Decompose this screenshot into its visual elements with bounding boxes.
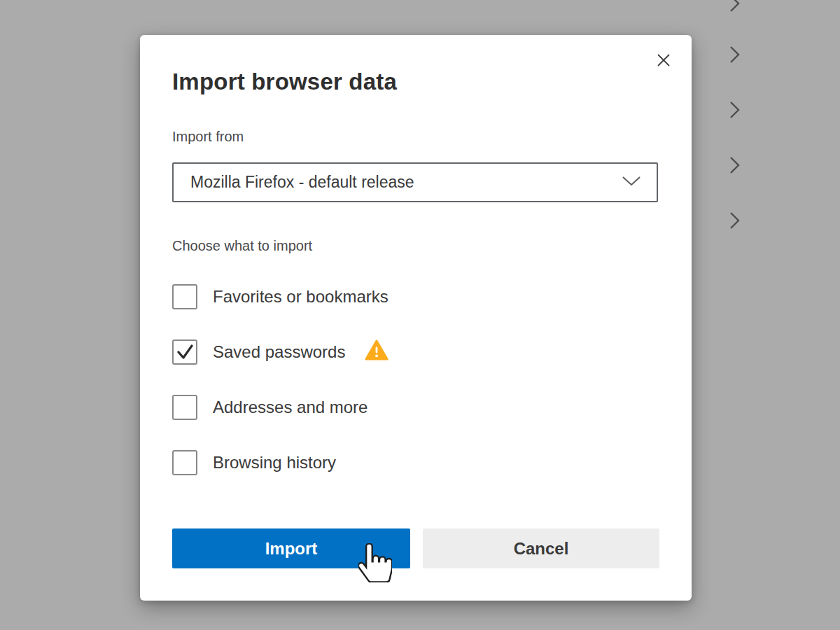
chevron-right-icon — [729, 211, 741, 230]
chevron-down-icon — [622, 176, 641, 189]
dialog-actions: Import Cancel — [172, 528, 659, 568]
import-browser-data-dialog: Import browser data Import from Mozilla … — [140, 35, 692, 601]
choose-what-to-import-label: Choose what to import — [172, 238, 312, 254]
browsing-history-checkbox[interactable] — [172, 450, 197, 475]
import-from-label: Import from — [172, 129, 244, 145]
dialog-title: Import browser data — [172, 69, 397, 95]
cancel-button[interactable]: Cancel — [423, 528, 659, 568]
checkbox-row-saved-passwords[interactable]: Saved passwords — [172, 339, 388, 365]
checkbox-label: Addresses and more — [213, 398, 368, 417]
warning-icon — [365, 340, 388, 364]
checkbox-row-addresses[interactable]: Addresses and more — [172, 394, 388, 420]
checkbox-label: Favorites or bookmarks — [213, 287, 388, 307]
import-button[interactable]: Import — [172, 528, 410, 568]
check-icon — [176, 342, 195, 361]
selected-browser-value: Mozilla Firefox - default release — [190, 173, 414, 192]
import-options-group: Favorites or bookmarks Saved passwords A… — [172, 284, 388, 505]
checkbox-label: Browsing history — [213, 453, 336, 472]
favorites-checkbox[interactable] — [172, 284, 197, 309]
close-button[interactable] — [651, 48, 676, 74]
chevron-right-icon — [729, 0, 741, 13]
chevron-right-icon — [729, 46, 741, 64]
chevron-right-icon — [729, 156, 741, 174]
checkbox-row-browsing-history[interactable]: Browsing history — [172, 449, 388, 475]
chevron-right-icon — [729, 101, 741, 119]
addresses-checkbox[interactable] — [172, 395, 197, 420]
checkbox-row-favorites[interactable]: Favorites or bookmarks — [172, 284, 388, 309]
close-icon — [656, 52, 671, 70]
import-from-select[interactable]: Mozilla Firefox - default release — [172, 162, 658, 202]
checkbox-label: Saved passwords — [213, 342, 345, 362]
saved-passwords-checkbox[interactable] — [172, 340, 197, 365]
